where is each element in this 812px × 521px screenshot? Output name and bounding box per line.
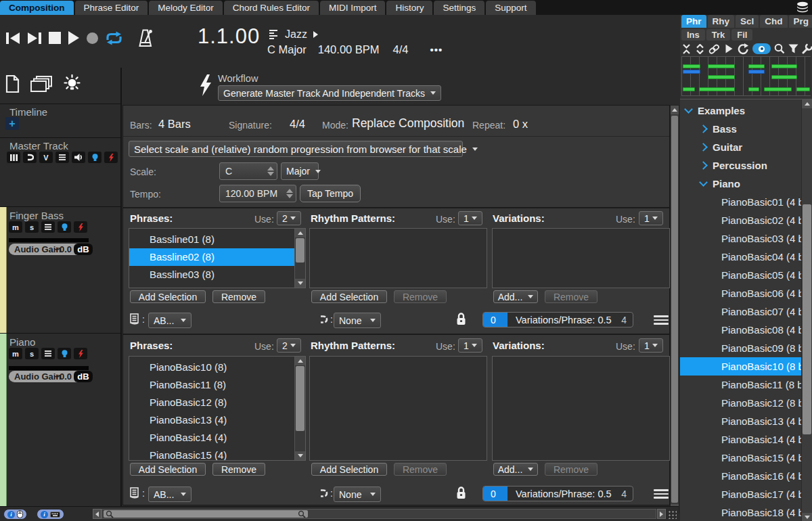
play-icon[interactable] [68,31,80,45]
phrase-list-item[interactable]: PianoBasic15 (4) [129,447,305,461]
search-icon[interactable] [774,43,785,54]
browser-tab[interactable]: Scl [736,15,759,28]
bass-audio-gain-slider[interactable]: Audio Gain +0.0 dB [9,244,93,255]
scroll-down-icon[interactable] [295,451,305,460]
section-menu-icon[interactable] [654,489,669,499]
lock-icon[interactable] [455,312,467,326]
rhythm-use-dropdown[interactable]: 1 [458,211,482,225]
scrollbar-thumb[interactable] [296,238,304,263]
tree-item[interactable]: Percussion [680,156,802,175]
more-options-button[interactable]: ••• [430,44,443,55]
mode-value[interactable]: Replace Composition [352,116,464,131]
track-power-icon[interactable] [104,152,118,163]
phrases-remove-button[interactable]: Remove [212,463,265,476]
rhythm-add-selection-button[interactable]: Add Selection [311,290,387,303]
tree-item[interactable]: PianoBasic14 (4 be [680,430,802,449]
phrases-remove-button[interactable]: Remove [212,290,265,303]
phrases-list-scrollbar[interactable] [294,357,305,460]
menu-tab[interactable]: Support [486,1,535,15]
tree-item[interactable]: PianoBasic08 (4 be [680,321,802,339]
tree-chevron-icon[interactable] [699,178,708,187]
scroll-up-icon[interactable] [295,357,305,365]
browser-subtab[interactable]: Ins [681,29,705,41]
phrase-list-item[interactable]: PianoBasic10 (8) [129,359,305,376]
variations-remove-button[interactable]: Remove [545,290,597,303]
speaker-icon[interactable] [72,152,85,163]
solo-icon[interactable]: s [25,221,39,233]
tree-item[interactable]: PianoBasic04 (4 be [680,248,802,266]
browser-tab[interactable]: Phr [681,15,706,28]
link-icon[interactable] [708,44,720,54]
browser-subtab[interactable]: Trk [706,29,731,41]
magnet-icon[interactable] [23,152,37,163]
main-vertical-scrollbar[interactable] [670,105,679,514]
rhythm-remove-button[interactable]: Remove [394,463,447,476]
signature-display[interactable]: 4/4 [393,43,409,56]
tree-item[interactable]: Piano [680,175,802,193]
mute-icon[interactable]: m [9,348,22,359]
tree-chevron-icon[interactable] [699,143,708,152]
phrases-add-selection-button[interactable]: Add Selection [130,290,206,303]
record-icon[interactable] [87,32,98,44]
variations-per-phrase-slider[interactable]: 0 Variations/Phrase: 0.5 4 [482,312,633,327]
list-icon[interactable] [41,348,55,359]
scroll-up-icon[interactable] [802,99,812,108]
rhythm-mode-dropdown[interactable]: None [334,486,381,502]
workflow-dropdown[interactable]: Generate Master Track And Independent Tr… [218,85,441,101]
scroll-left-icon[interactable] [93,509,102,519]
skip-to-start-icon[interactable] [5,32,20,45]
variations-list[interactable] [492,228,670,288]
metronome-icon[interactable] [138,29,154,47]
zoom-scrollbar-thumb[interactable] [104,510,308,518]
tree-item[interactable]: Examples [680,101,802,120]
tempo-display[interactable]: 140.00 BPM [318,43,380,56]
tree-item[interactable]: PianoBasic18 (4 be [680,503,802,521]
menu-tab[interactable]: Chord Rules Editor [224,1,319,15]
tree-item[interactable]: PianoBasic17 (4 be [680,485,802,503]
variations-use-dropdown[interactable]: 1 [639,338,663,353]
menu-tab[interactable]: Settings [434,1,484,15]
scrollbar-thumb[interactable] [671,116,678,503]
phrase-list-item[interactable]: PianoBasic12 (8) [129,394,305,411]
timeline-add-button[interactable]: + [5,117,19,130]
piano-keys-icon[interactable] [7,152,20,163]
tree-item[interactable]: PianoBasic10 (8 be [680,357,802,376]
tree-item[interactable]: PianoBasic09 (8 be [680,339,802,357]
list-icon[interactable] [41,221,55,233]
wrench-icon[interactable] [802,43,812,54]
keyboard-info-button[interactable]: i [37,509,64,520]
spinner-arrows-icon[interactable] [267,166,274,176]
piano-audio-gain-slider[interactable]: Audio Gain +0.0 dB [9,371,93,382]
horizontal-scrollbar[interactable] [102,509,656,519]
variations-remove-button[interactable]: Remove [545,463,597,476]
database-icon[interactable] [796,1,809,14]
list-icon[interactable] [55,152,69,163]
menu-tab[interactable]: MIDI Import [320,1,386,15]
expand-icon[interactable] [695,44,705,54]
tap-tempo-button[interactable]: Tap Tempo [300,185,361,202]
loop-icon[interactable] [105,31,123,45]
rhythm-use-dropdown[interactable]: 1 [458,338,482,353]
phrase-list-item[interactable]: Bassline01 (8) [129,231,305,248]
bass-track-name[interactable]: Finger Bass [9,210,64,221]
tree-chevron-icon[interactable] [684,105,693,114]
eye-icon[interactable] [752,43,771,54]
scale-root-spinner[interactable]: C [219,162,277,180]
mouse-info-button[interactable]: i [3,509,27,520]
refresh-icon[interactable] [738,43,749,55]
idea-lightbulb-icon[interactable] [63,74,81,93]
scrollbar-thumb[interactable] [296,366,304,431]
rhythm-add-selection-button[interactable]: Add Selection [311,463,387,476]
bass-track-color-strip[interactable] [0,207,7,333]
tree-scrollbar[interactable] [801,99,812,521]
tree-chevron-icon[interactable] [699,124,708,133]
rhythm-patterns-list[interactable] [309,356,487,461]
tree-item[interactable]: PianoBasic15 (4 be [680,449,802,467]
scroll-right-icon[interactable] [657,509,666,519]
menu-tab[interactable]: Composition [0,1,74,15]
track-bulb-icon[interactable] [58,348,71,359]
play-circle-icon[interactable] [723,43,734,54]
tree-item[interactable]: PianoBasic07 (4 be [680,302,802,321]
stop-icon[interactable] [49,32,61,44]
phrases-use-dropdown[interactable]: 2 [277,211,301,225]
